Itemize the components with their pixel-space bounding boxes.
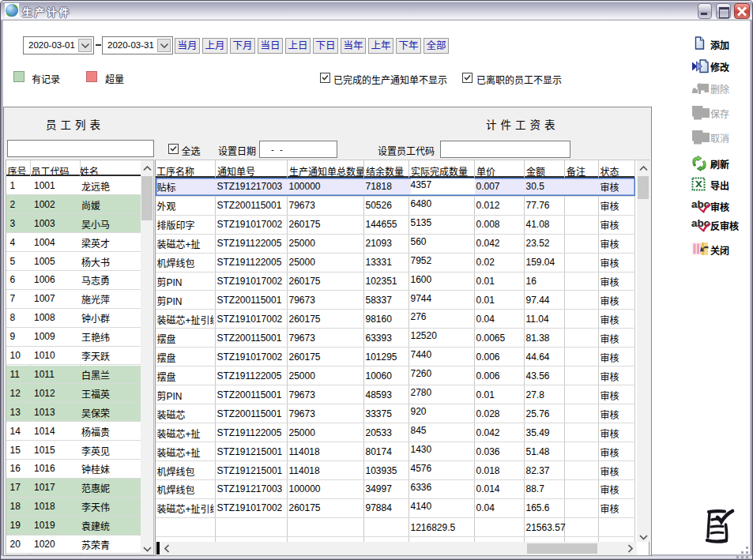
svg-text:abc: abc (691, 198, 710, 210)
svg-text:abc: abc (691, 217, 710, 229)
